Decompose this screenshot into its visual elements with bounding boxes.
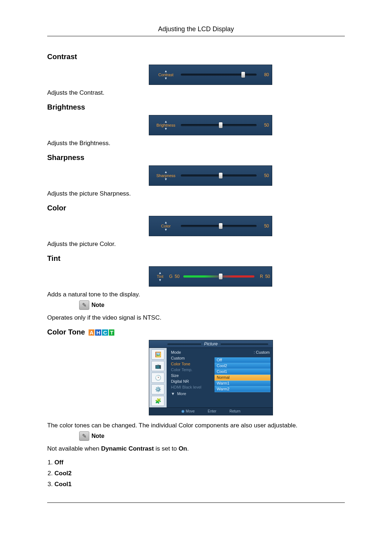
section-heading-color: Color (47, 204, 345, 212)
note-text-bold: On (179, 445, 187, 452)
dropdown-item-warm1[interactable]: Warm1 (215, 381, 270, 386)
tint-note-row: ✎ Note (79, 300, 345, 310)
footer-separator (47, 502, 345, 503)
osd-track[interactable] (181, 173, 257, 178)
osd-track[interactable] (183, 274, 254, 279)
note-text-part: . (187, 445, 189, 452)
color-tone-description: The color tones can be changed. The indi… (47, 422, 345, 429)
tag-a-icon: A (89, 329, 95, 336)
dropdown-item-off[interactable]: Off (215, 357, 270, 363)
section-heading-brightness: Brightness (47, 103, 345, 111)
tint-left-value: G 50 (169, 274, 180, 279)
note-label: Note (91, 302, 105, 308)
footer-enter: Enter (203, 409, 216, 413)
more-label: More (177, 391, 186, 396)
slider-thumb[interactable] (219, 223, 222, 229)
osd-label-column: ▲ Brightness ▼ (153, 120, 179, 131)
dropdown-item-normal[interactable]: Normal (215, 375, 270, 381)
menu-icon-picture[interactable]: 🖼️ (151, 349, 164, 360)
sharpness-description: Adjusts the picture Sharpness. (47, 190, 345, 197)
menu-row-key: Mode (171, 350, 254, 354)
dropdown-item-cool2[interactable]: Cool2 (215, 363, 270, 369)
osd-slider-label: Tint (157, 275, 163, 279)
osd-slider-brightness[interactable]: ▲ Brightness ▼ 50 (149, 115, 272, 135)
list-item: Cool2 (54, 470, 345, 477)
menu-icon-column: 🖼️ 📺 🕑 ⚙️ 🧩 (149, 348, 167, 407)
tag-t-icon: T (109, 329, 114, 336)
arrow-down-icon: ▼ (164, 127, 168, 131)
menu-icon-setup[interactable]: ⚙️ (151, 384, 164, 394)
option-off: Off (54, 459, 64, 466)
tint-right-value: R 50 (260, 274, 270, 279)
tint-description: Adds a natural tone to the display. (47, 291, 345, 298)
menu-body: 🖼️ 📺 🕑 ⚙️ 🧩 Mode: Custom Custom Color To… (149, 348, 273, 407)
footer-move: Move (181, 409, 195, 413)
osd-slider-contrast[interactable]: ▲ Contrast ▼ 80 (149, 65, 272, 85)
osd-value: 80 (260, 72, 269, 77)
dropdown-item-cool1[interactable]: Cool1 (215, 369, 270, 375)
section-heading-color-tone: Color Tone AHCT (47, 328, 345, 336)
slider-track (181, 74, 257, 76)
menu-row-mode[interactable]: Mode: Custom (171, 349, 270, 355)
note-text-part: is set to (154, 445, 179, 452)
osd-menu-picture[interactable]: Picture 🖼️ 📺 🕑 ⚙️ 🧩 Mode: Custom Custom … (149, 340, 273, 415)
caret-down-icon: ▼ (171, 391, 175, 396)
note-text-part: Not available when (47, 445, 101, 452)
arrow-down-icon: ▼ (164, 178, 168, 181)
color-tone-dropdown[interactable]: Off Cool2 Cool1 Normal Warm1 Warm2 (215, 357, 270, 392)
osd-slider-tint[interactable]: ▲ Tint ▼ G 50 R 50 (149, 266, 272, 287)
note-icon: ✎ (79, 431, 89, 441)
osd-value: 50 (260, 173, 269, 178)
tag-h-icon: H (95, 329, 101, 336)
menu-icon-input[interactable]: 📺 (151, 361, 164, 371)
color-tone-note-text: Not available when Dynamic Contrast is s… (47, 445, 345, 452)
section-heading-sharpness: Sharpness (47, 153, 345, 162)
input-source-tags: AHCT (89, 329, 115, 336)
page: Adjusting the LCD Display Contrast ▲ Con… (0, 0, 392, 525)
page-header-title: Adjusting the LCD Display (47, 25, 345, 36)
contrast-description: Adjusts the Contrast. (47, 89, 345, 97)
osd-track[interactable] (181, 123, 257, 127)
dropdown-item-warm2[interactable]: Warm2 (215, 386, 270, 392)
section-heading-tint: Tint (47, 254, 345, 263)
option-cool1: Cool1 (54, 481, 72, 488)
osd-slider-sharpness[interactable]: ▲ Sharpness ▼ 50 (149, 165, 272, 186)
menu-icon-multi[interactable]: 🧩 (151, 396, 164, 406)
tint-left-letter: G (169, 274, 172, 279)
osd-slider-label: Contrast (158, 73, 173, 77)
slider-thumb[interactable] (219, 122, 222, 128)
osd-value: 50 (260, 223, 269, 229)
arrow-down-icon: ▼ (159, 279, 162, 282)
color-tone-heading-text: Color Tone (47, 328, 85, 336)
color-tone-options-list: Off Cool2 Cool1 (47, 459, 345, 488)
option-cool2: Cool2 (54, 470, 72, 477)
menu-icon-time[interactable]: 🕑 (151, 373, 164, 383)
slider-thumb[interactable] (219, 274, 222, 279)
menu-title-bar: Picture (149, 340, 273, 348)
brightness-description: Adjusts the Brightness. (47, 140, 345, 147)
osd-label-column: ▲ Color ▼ (153, 221, 179, 231)
arrow-down-icon: ▼ (164, 228, 168, 231)
tint-right-number: 50 (265, 274, 270, 279)
osd-slider-color[interactable]: ▲ Color ▼ 50 (149, 216, 272, 236)
slider-thumb[interactable] (219, 173, 222, 178)
osd-label-column: ▲ Contrast ▼ (153, 70, 179, 80)
tint-note-text: Operates only if the video signal is NTS… (47, 314, 345, 321)
color-tone-note-row: ✎ Note (79, 431, 345, 441)
list-item: Off (54, 459, 345, 466)
slider-thumb[interactable] (241, 72, 245, 78)
note-label: Note (91, 433, 105, 439)
osd-slider-label: Brightness (156, 123, 175, 127)
note-icon: ✎ (79, 300, 89, 310)
menu-list: Mode: Custom Custom Color Tone: Color Te… (167, 348, 273, 407)
menu-footer: Move Enter Return (149, 407, 273, 415)
osd-track[interactable] (181, 73, 257, 77)
osd-slider-label: Sharpness (156, 174, 176, 178)
osd-label-column: ▲ Sharpness ▼ (153, 171, 179, 181)
section-heading-contrast: Contrast (47, 53, 345, 61)
tint-right-letter: R (260, 274, 263, 279)
osd-slider-label: Color (161, 224, 171, 228)
osd-track[interactable] (181, 224, 257, 228)
menu-title-text: Picture (201, 341, 220, 346)
note-text-bold: Dynamic Contrast (101, 445, 154, 452)
